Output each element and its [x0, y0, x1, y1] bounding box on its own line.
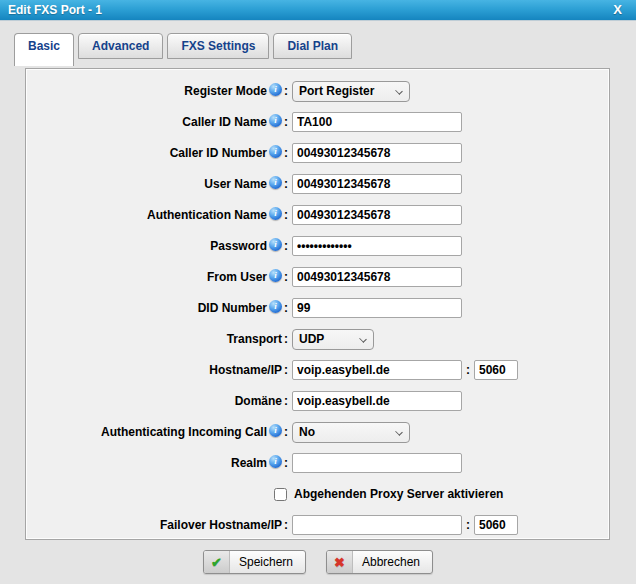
colon: :	[284, 363, 288, 377]
colon: :	[284, 332, 288, 346]
form-row-authenticating-incoming-call: Authenticating Incoming Call i : No	[26, 420, 609, 444]
caller-id-name-input[interactable]	[292, 112, 462, 132]
colon: :	[284, 115, 288, 129]
port-separator: :	[466, 518, 470, 532]
colon: :	[284, 270, 288, 284]
password-input[interactable]	[292, 236, 462, 256]
form-row-caller-id-number: Caller ID Number i :	[26, 141, 609, 165]
failover-port-input[interactable]	[474, 515, 518, 535]
register-mode-select[interactable]: Port Register	[292, 81, 410, 102]
outbound-proxy-label: Abgehenden Proxy Server aktivieren	[294, 487, 503, 501]
colon: :	[284, 456, 288, 470]
colon: :	[284, 301, 288, 315]
failover-hostname-label: Failover Hostname/IP	[160, 518, 282, 532]
info-icon[interactable]: i	[269, 238, 282, 251]
user-name-label: User Name	[204, 177, 267, 191]
form-row-user-name: User Name i :	[26, 172, 609, 196]
caller-id-number-label: Caller ID Number	[170, 146, 267, 160]
colon: :	[284, 518, 288, 532]
info-icon[interactable]: i	[269, 300, 282, 313]
form-row-authentication-name: Authentication Name i :	[26, 203, 609, 227]
caller-id-name-label: Caller ID Name	[182, 115, 267, 129]
dialog-titlebar: Edit FXS Port - 1 X	[0, 0, 636, 21]
info-icon[interactable]: i	[269, 207, 282, 220]
form-row-transport: Transport : UDP	[26, 327, 609, 351]
domain-input[interactable]	[292, 391, 462, 411]
realm-label: Realm	[231, 456, 267, 470]
transport-label: Transport	[227, 332, 282, 346]
authenticating-incoming-call-label: Authenticating Incoming Call	[101, 425, 267, 439]
tab-bar: Basic Advanced FXS Settings Dial Plan	[14, 33, 356, 66]
cancel-button[interactable]: ✖ Abbrechen	[326, 550, 433, 574]
form-row-did-number: DID Number i :	[26, 296, 609, 320]
failover-hostname-input[interactable]	[292, 515, 462, 535]
form-row-domain: Domäne :	[26, 389, 609, 413]
password-label: Password	[210, 239, 267, 253]
close-icon[interactable]: X	[613, 2, 622, 17]
check-icon: ✔	[204, 551, 230, 573]
form-row-outbound-proxy: Abgehenden Proxy Server aktivieren	[26, 482, 609, 506]
register-mode-label: Register Mode	[184, 84, 267, 98]
save-button[interactable]: ✔ Speichern	[203, 550, 306, 574]
form-row-failover-hostname: Failover Hostname/IP : :	[26, 513, 609, 537]
cancel-button-label: Abbrechen	[353, 555, 432, 569]
caller-id-number-input[interactable]	[292, 143, 462, 163]
form-row-caller-id-name: Caller ID Name i :	[26, 110, 609, 134]
save-button-label: Speichern	[230, 555, 305, 569]
colon: :	[284, 239, 288, 253]
outbound-proxy-checkbox[interactable]	[274, 488, 287, 501]
authentication-name-label: Authentication Name	[147, 208, 267, 222]
hostname-port-input[interactable]	[474, 360, 518, 380]
domain-label: Domäne	[235, 394, 282, 408]
basic-tab-panel: Register Mode i : Port Register Caller I…	[25, 68, 610, 540]
from-user-label: From User	[207, 270, 267, 284]
info-icon[interactable]: i	[269, 83, 282, 96]
cross-icon: ✖	[327, 551, 353, 573]
info-icon[interactable]: i	[269, 145, 282, 158]
tab-advanced[interactable]: Advanced	[78, 33, 163, 59]
form-row-realm: Realm i :	[26, 451, 609, 475]
colon: :	[284, 146, 288, 160]
hostname-input[interactable]	[292, 360, 462, 380]
form-row-hostname: Hostname/IP : :	[26, 358, 609, 382]
user-name-input[interactable]	[292, 174, 462, 194]
did-number-input[interactable]	[292, 298, 462, 318]
tab-fxs-settings[interactable]: FXS Settings	[167, 33, 269, 59]
port-separator: :	[466, 363, 470, 377]
did-number-label: DID Number	[198, 301, 267, 315]
realm-input[interactable]	[292, 453, 462, 473]
form-row-register-mode: Register Mode i : Port Register	[26, 79, 609, 103]
authentication-name-input[interactable]	[292, 205, 462, 225]
hostname-label: Hostname/IP	[209, 363, 282, 377]
dialog-title: Edit FXS Port - 1	[0, 3, 102, 17]
colon: :	[284, 394, 288, 408]
form-row-password: Password i :	[26, 234, 609, 258]
info-icon[interactable]: i	[269, 269, 282, 282]
form-row-from-user: From User i :	[26, 265, 609, 289]
transport-select[interactable]: UDP	[292, 329, 374, 350]
from-user-input[interactable]	[292, 267, 462, 287]
dialog-button-bar: ✔ Speichern ✖ Abbrechen	[0, 550, 636, 574]
colon: :	[284, 208, 288, 222]
tab-dial-plan[interactable]: Dial Plan	[273, 33, 352, 59]
tab-basic[interactable]: Basic	[14, 33, 74, 66]
colon: :	[284, 425, 288, 439]
authenticating-incoming-call-select[interactable]: No	[292, 422, 410, 443]
info-icon[interactable]: i	[269, 176, 282, 189]
colon: :	[284, 84, 288, 98]
info-icon[interactable]: i	[269, 114, 282, 127]
info-icon[interactable]: i	[269, 455, 282, 468]
colon: :	[284, 177, 288, 191]
info-icon[interactable]: i	[269, 424, 282, 437]
